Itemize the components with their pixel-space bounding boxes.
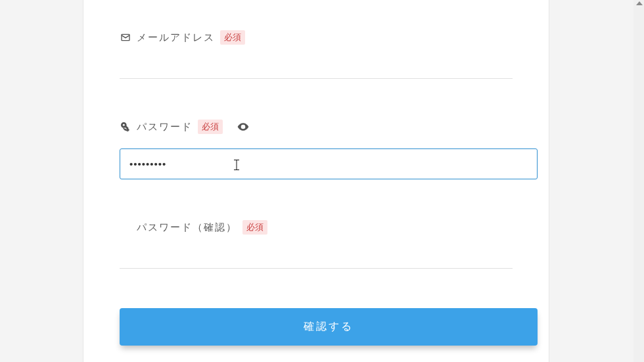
eye-icon[interactable] <box>236 120 250 134</box>
envelope-icon <box>120 32 131 43</box>
password-confirm-input[interactable] <box>120 246 513 269</box>
email-label-row: メールアドレス 必須 <box>120 30 513 45</box>
password-field-block: パスワード 必須 <box>120 79 513 179</box>
required-badge: 必須 <box>220 30 245 45</box>
password-confirm-field-block: パスワード（確認） 必須 <box>120 179 513 269</box>
svg-point-5 <box>242 125 244 127</box>
scroll-up-icon[interactable] <box>636 1 643 5</box>
required-badge: 必須 <box>198 120 223 134</box>
confirm-button[interactable]: 確認する <box>120 308 538 346</box>
password-label-row: パスワード 必須 <box>120 120 513 134</box>
svg-point-3 <box>123 124 125 126</box>
email-input[interactable] <box>120 57 513 79</box>
submit-row: 確認する <box>120 269 513 346</box>
password-confirm-label: パスワード（確認） <box>137 221 237 234</box>
email-label: メールアドレス <box>137 32 215 44</box>
key-icon <box>120 121 131 133</box>
required-badge: 必須 <box>242 220 267 235</box>
password-input[interactable] <box>120 148 538 179</box>
password-confirm-label-row: パスワード（確認） 必須 <box>120 220 513 235</box>
password-label: パスワード <box>137 121 193 133</box>
form-card: メールアドレス 必須 パスワード 必須 <box>83 0 549 362</box>
email-field-block: メールアドレス 必須 <box>120 0 513 79</box>
page-scrollbar[interactable] <box>633 0 644 362</box>
